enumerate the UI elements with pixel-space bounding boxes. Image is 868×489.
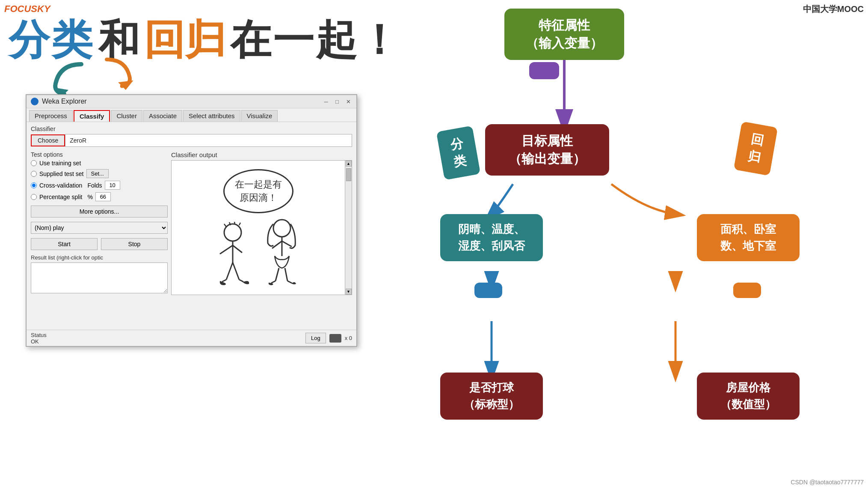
svg-line-20	[271, 281, 276, 283]
mubiao-text: 目标属性（输出变量）	[509, 134, 586, 166]
minimize-button[interactable]: ─	[322, 98, 330, 105]
tab-classify[interactable]: Classify	[74, 110, 110, 122]
tab-select-attributes[interactable]: Select attributes	[183, 110, 240, 122]
fangjia-text: 房屋价格（数值型）	[720, 381, 776, 411]
play-select[interactable]: (Nom) play	[31, 222, 168, 234]
percentage-split-radio[interactable]	[31, 194, 37, 200]
svg-line-6	[239, 223, 240, 225]
maximize-button[interactable]: □	[333, 98, 341, 105]
svg-line-13	[239, 280, 243, 282]
mubiao-box: 目标属性（输出变量）	[485, 124, 609, 176]
speech-bubble: 在一起是有原因滴！	[223, 169, 293, 214]
percentage-split-option: Percentage split %	[31, 192, 168, 201]
supplied-test-set-option: Supplied test set Set...	[31, 169, 168, 178]
action-buttons: Start Stop	[31, 238, 168, 250]
tab-cluster[interactable]: Cluster	[111, 110, 142, 122]
weka-explorer-window: Weka Explorer ─ □ ✕ Preprocess Classify …	[26, 94, 357, 347]
cartoon-area: 在一起是有原因滴！	[172, 161, 345, 295]
log-button[interactable]: Log	[305, 333, 326, 343]
cross-validation-option: Cross-validation Folds	[31, 181, 168, 190]
yuce-top-box: 预测	[529, 62, 559, 79]
status-area: Status OK	[31, 332, 47, 345]
svg-line-8	[220, 245, 233, 254]
svg-point-2	[224, 224, 241, 241]
x-count: x 0	[345, 335, 352, 341]
boy-figure	[216, 222, 254, 286]
svg-line-21	[287, 281, 292, 283]
svg-line-16	[272, 241, 282, 248]
yuce-right-box: 预测	[733, 283, 761, 298]
classifier-label: Classifier	[31, 125, 352, 132]
weka-window-controls: ─ □ ✕	[322, 98, 352, 105]
svg-line-9	[233, 245, 242, 253]
diagram-area: 中国大学MOOC 特征属性（输入变量） 预测 目标属性（输出变量） 分类 回归 …	[419, 0, 868, 489]
use-training-label: Use training set	[39, 160, 81, 167]
svg-line-3	[224, 224, 226, 227]
use-training-set-option: Use training set	[31, 160, 168, 167]
mooc-text: 中国大学MOOC	[803, 4, 864, 14]
cross-validation-radio[interactable]	[31, 182, 37, 188]
test-options-label: Test options	[31, 151, 168, 158]
svg-line-18	[276, 268, 279, 281]
classifier-row: Choose	[31, 134, 352, 147]
weka-title-text: Weka Explorer	[42, 98, 87, 105]
yuce-left-box: 预测	[474, 283, 502, 298]
weka-main-area: Test options Use training set Supplied t…	[31, 151, 352, 295]
tab-associate[interactable]: Associate	[143, 110, 182, 122]
cross-validation-label: Cross-validation	[39, 182, 82, 189]
scroll-down[interactable]: ▼	[346, 289, 352, 295]
output-scrollbar[interactable]: ▲ ▼	[345, 161, 352, 295]
weka-body: Classifier Choose Test options Use train…	[27, 122, 356, 298]
result-list[interactable]	[31, 262, 168, 293]
csdn-watermark: CSDN @taotaotao7777777	[791, 479, 864, 486]
scroll-up[interactable]: ▲	[346, 161, 352, 167]
fenlei-box: 分类	[436, 125, 481, 180]
test-options-panel: Test options Use training set Supplied t…	[31, 151, 168, 295]
supplied-test-radio[interactable]	[31, 171, 37, 177]
svg-line-11	[233, 262, 239, 280]
yinqing-box: 阴晴、温度、湿度、刮风否	[440, 214, 543, 261]
mooc-logo: 中国大学MOOC	[803, 3, 864, 15]
weka-title-left: Weka Explorer	[31, 98, 87, 105]
more-options-button[interactable]: More options...	[31, 206, 168, 218]
set-button[interactable]: Set...	[86, 169, 109, 178]
fenlei-text: 分类	[449, 136, 467, 169]
girl-figure	[263, 218, 301, 286]
tab-preprocess[interactable]: Preprocess	[29, 110, 73, 122]
teal-arrow-decoration	[51, 60, 94, 98]
stop-button[interactable]: Stop	[101, 238, 168, 250]
huigui-box: 回归	[734, 121, 778, 176]
percentage-input[interactable]	[95, 192, 111, 201]
svg-line-17	[282, 241, 292, 247]
orange-arrow-decoration	[103, 56, 141, 90]
output-label: Classifier output	[171, 151, 352, 158]
folds-label: Folds	[87, 182, 102, 189]
use-training-radio[interactable]	[31, 160, 37, 166]
status-ok: OK	[31, 338, 39, 345]
weka-bird-icon	[329, 334, 341, 343]
classifier-name-input[interactable]	[65, 134, 352, 147]
daiqiu-text: 是否打球（标称型）	[464, 381, 519, 411]
status-right: Log x 0	[305, 333, 352, 343]
svg-point-14	[273, 220, 290, 237]
daiqiu-box: 是否打球（标称型）	[440, 373, 543, 420]
status-label: Status	[31, 332, 47, 338]
percentage-split-label: Percentage split	[39, 194, 82, 200]
scroll-thumb[interactable]	[346, 168, 351, 181]
weka-statusbar: Status OK Log x 0	[27, 330, 356, 346]
classifier-output-panel: 在一起是有原因滴！	[171, 160, 352, 295]
close-button[interactable]: ✕	[344, 98, 352, 105]
choose-button[interactable]: Choose	[31, 134, 65, 146]
title-huigui: 回归	[144, 13, 226, 69]
tezheng-box: 特征属性（输入变量）	[504, 9, 624, 60]
svg-line-19	[285, 268, 287, 281]
supplied-test-label: Supplied test set	[39, 170, 84, 177]
svg-line-10	[226, 262, 233, 280]
tab-visualize[interactable]: Visualize	[241, 110, 278, 122]
percent-symbol: %	[87, 194, 92, 200]
weka-tab-bar: Preprocess Classify Cluster Associate Se…	[27, 108, 356, 122]
mianji-box: 面积、卧室数、地下室	[697, 214, 800, 261]
start-button[interactable]: Start	[31, 238, 98, 250]
output-section: Classifier output 在一起是有原因滴！	[171, 151, 352, 295]
folds-input[interactable]	[105, 181, 120, 190]
